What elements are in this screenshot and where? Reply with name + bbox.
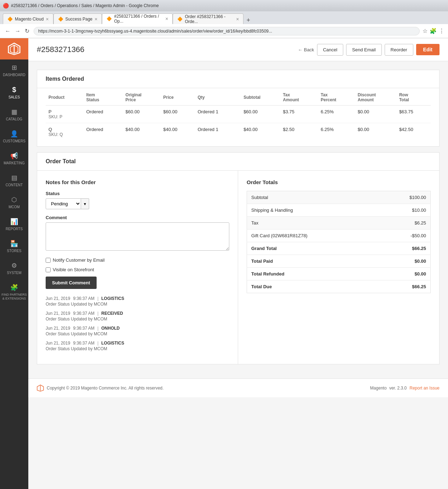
sidebar-item-label-marketing: MARKETING [4, 161, 24, 165]
status-select[interactable]: Pending [46, 198, 81, 209]
order-total-grid: Notes for this Order Status Pending ▾ [37, 171, 439, 364]
tab-close-0[interactable]: × [46, 16, 48, 22]
notify-email-checkbox[interactable] [46, 258, 51, 263]
visible-storefront-checkbox[interactable] [46, 267, 51, 272]
comment-textarea[interactable] [46, 222, 229, 251]
totals-label-0: Subtotal [247, 191, 379, 204]
cancel-button[interactable]: Cancel [317, 44, 343, 56]
forward-nav-button[interactable]: → [13, 27, 22, 35]
sidebar-item-dashboard[interactable]: ⊞ DASHBOARD [0, 59, 28, 81]
menu-button[interactable]: ⋮ [439, 28, 444, 34]
send-email-button[interactable]: Send Email [346, 44, 381, 56]
sidebar-item-marketing[interactable]: 📢 MARKETING [0, 148, 28, 170]
items-ordered-title: Items Ordered [37, 70, 439, 88]
submit-comment-button[interactable]: Submit Comment [46, 277, 97, 289]
tab-label-3: Order #2583271366 - Orde... [185, 14, 234, 24]
totals-label-1: Shipping & Handling [247, 204, 379, 217]
browser-actions: ☆ 🧩 ⋮ [423, 28, 444, 34]
browser-tab-1[interactable]: 🔶 Success Page × [53, 13, 102, 24]
sidebar-item-label-customers: CUSTOMERS [3, 139, 25, 143]
totals-row-5: Total Paid $0.00 [247, 255, 431, 268]
new-tab-button[interactable]: + [243, 17, 253, 24]
sidebar-item-customers[interactable]: 👤 CUSTOMERS [0, 126, 28, 148]
sidebar-item-reports[interactable]: 📊 REPORTS [0, 214, 28, 235]
log-date-3: Jun 21, 2019 [46, 341, 70, 346]
edit-button[interactable]: Edit [416, 44, 440, 55]
activity-log: Jun 21, 2019 9:36:37 AM | LOGISTICS Orde… [46, 289, 229, 351]
totals-label-3: Gift Card (02W681R81Z78) [247, 229, 379, 242]
content-area: Items Ordered Product ItemStatus Origina… [28, 61, 448, 379]
sidebar-item-find-partners[interactable]: 🧩 FIND PARTNERS & EXTENSIONS [0, 279, 28, 305]
sidebar-item-system[interactable]: ⚙ SYSTEM [0, 257, 28, 279]
notify-email-label: Notify Customer by Email [53, 257, 105, 263]
report-issue-link[interactable]: Report an Issue [409, 386, 440, 391]
items-table-wrapper: Product ItemStatus OriginalPrice Price Q… [37, 88, 439, 146]
back-button[interactable]: ← Back [298, 47, 314, 52]
table-row-1: Q SKU: Q Ordered $40.00 $40.00 Ordered 1… [46, 123, 431, 141]
extensions-button[interactable]: 🧩 [430, 28, 437, 34]
log-time-3: 9:36:37 AM [73, 341, 94, 346]
footer-magento-icon [37, 385, 44, 392]
tab-close-1[interactable]: × [94, 16, 97, 22]
totals-amount-1: $10.00 [379, 204, 431, 217]
status-dropdown-button[interactable]: ▾ [81, 198, 89, 209]
version-number: ver. 2.3.0 [389, 386, 407, 391]
cell-row-total-1: $42.50 [396, 123, 431, 141]
log-desc-2: Order Status Updated by MCOM [46, 331, 229, 336]
sidebar-item-stores[interactable]: 🏪 STORES [0, 235, 28, 257]
totals-row-2: Tax $6.25 [247, 217, 431, 229]
cell-status-1: Ordered [84, 123, 123, 141]
page-title: #2583271366 [37, 45, 292, 54]
totals-row-6: Total Refunded $0.00 [247, 268, 431, 280]
log-meta-2: Jun 21, 2019 9:36:37 AM | ONHOLD [46, 326, 229, 331]
address-bar[interactable]: https://mcom-3-1-1-3mgcnwy-tvzyh6bssyaeg… [34, 27, 420, 35]
tab-close-2[interactable]: × [165, 16, 168, 22]
sidebar-item-catalog[interactable]: ▦ CATALOG [0, 104, 28, 126]
tab-label-2: #2583271366 / Orders / Op... [114, 14, 163, 24]
items-table-header: Product ItemStatus OriginalPrice Price Q… [46, 88, 431, 106]
sidebar-item-mcom[interactable]: ⬡ MCOM [0, 192, 28, 214]
mcom-icon: ⬡ [11, 196, 17, 204]
log-desc-3: Order Status Updated by MCOM [46, 346, 229, 351]
col-price: Price [160, 88, 195, 106]
order-total-section: Order Total Notes for this Order Status … [37, 152, 440, 364]
log-date-0: Jun 21, 2019 [46, 296, 70, 301]
reorder-button[interactable]: Reorder [385, 44, 413, 56]
totals-row-3: Gift Card (02W681R81Z78) -$50.00 [247, 229, 431, 242]
cell-product-0: P SKU: P [46, 106, 84, 123]
browser-tab-3[interactable]: 🔶 Order #2583271366 - Orde... × [173, 13, 243, 24]
reload-button[interactable]: ↻ [23, 27, 31, 35]
order-total-title: Order Total [37, 153, 439, 171]
cell-tax-amount-1: $2.50 [280, 123, 318, 141]
log-entry-0: Jun 21, 2019 9:36:37 AM | LOGISTICS Orde… [46, 296, 229, 307]
cell-qty-1: Ordered 1 [195, 123, 241, 141]
totals-label-4: Grand Total [247, 242, 379, 255]
cell-status-0: Ordered [84, 106, 123, 123]
items-ordered-section: Items Ordered Product ItemStatus Origina… [37, 70, 440, 147]
bookmark-button[interactable]: ☆ [423, 28, 427, 34]
log-status-0: LOGISTICS [101, 296, 124, 301]
totals-label-2: Tax [247, 217, 379, 229]
back-nav-button[interactable]: ← [4, 27, 12, 35]
totals-amount-0: $100.00 [379, 191, 431, 204]
sidebar-item-content[interactable]: ▤ CONTENT [0, 170, 28, 192]
browser-tab-2[interactable]: 🔶 #2583271366 / Orders / Op... × [102, 13, 173, 24]
address-text: https://mcom-3-1-1-3mgcnwy-tvzyh6bssyaeg… [38, 29, 272, 34]
totals-label-6: Total Refunded [247, 268, 379, 280]
browser-tab-0[interactable]: 🔶 Magento Cloud × [3, 13, 53, 24]
tab-label-0: Magento Cloud [15, 17, 44, 22]
log-time-2: 9:36:37 AM [73, 326, 94, 331]
tab-close-3[interactable]: × [236, 16, 239, 22]
log-time-0: 9:36:37 AM [73, 296, 94, 301]
cell-product-1: Q SKU: Q [46, 123, 84, 141]
product-name-0: P [48, 109, 81, 114]
totals-amount-7: $66.25 [379, 280, 431, 293]
sales-icon: $ [12, 86, 16, 94]
log-entry-3: Jun 21, 2019 9:36:37 AM | LOGISTICS Orde… [46, 341, 229, 351]
log-date-2: Jun 21, 2019 [46, 326, 70, 331]
visible-storefront-group: Visible on Storefront [46, 267, 229, 272]
totals-label-7: Total Due [247, 280, 379, 293]
col-tax-percent: TaxPercent [318, 88, 355, 106]
sidebar-item-sales[interactable]: $ SALES [0, 81, 28, 104]
sidebar: ⊞ DASHBOARD $ SALES ▦ CATALOG 👤 CUSTOMER… [0, 38, 28, 489]
